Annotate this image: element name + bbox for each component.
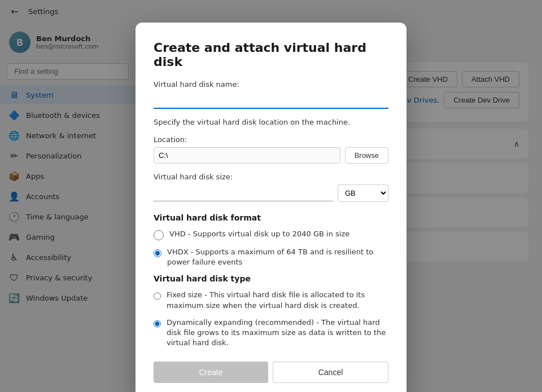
size-row: MB GB TB: [154, 184, 388, 202]
cancel-button[interactable]: Cancel: [273, 362, 388, 383]
format-vhd-radio[interactable]: [154, 230, 164, 240]
format-vhd-option[interactable]: VHD - Supports virtual disk up to 2040 G…: [154, 229, 388, 240]
browse-button[interactable]: Browse: [345, 147, 388, 164]
location-label: Location:: [154, 135, 388, 144]
format-vhdx-option[interactable]: VHDX - Supports a maximum of 64 TB and i…: [154, 247, 388, 267]
create-button[interactable]: Create: [154, 362, 268, 383]
type-fixed-radio[interactable]: [154, 291, 161, 301]
create-vhd-modal: Create and attach virtual hard disk Virt…: [136, 23, 406, 392]
format-vhd-label: VHD - Supports virtual disk up to 2040 G…: [169, 229, 349, 239]
location-row: Browse: [154, 147, 388, 164]
size-label: Virtual hard disk size:: [154, 173, 388, 181]
format-vhdx-label: VHDX - Supports a maximum of 64 TB and i…: [167, 247, 388, 267]
size-unit-select[interactable]: MB GB TB: [338, 184, 388, 202]
location-description: Specify the virtual hard disk location o…: [154, 118, 388, 126]
type-dynamic-radio[interactable]: [154, 319, 161, 329]
format-vhdx-radio[interactable]: [154, 248, 161, 258]
type-fixed-label: Fixed size - This virtual hard disk file…: [167, 290, 388, 310]
vhd-name-label: Virtual hard disk name:: [154, 80, 388, 89]
type-heading: Virtual hard disk type: [154, 274, 388, 283]
location-input[interactable]: [154, 147, 340, 164]
modal-overlay: Create and attach virtual hard disk Virt…: [0, 0, 542, 392]
type-fixed-option[interactable]: Fixed size - This virtual hard disk file…: [154, 290, 388, 310]
type-dynamic-option[interactable]: Dynamically expanding (recommended) - Th…: [154, 318, 388, 349]
size-input[interactable]: [154, 186, 333, 201]
modal-title: Create and attach virtual hard disk: [154, 41, 388, 69]
vhd-name-input[interactable]: [154, 92, 388, 109]
type-dynamic-label: Dynamically expanding (recommended) - Th…: [167, 318, 388, 349]
format-heading: Virtual hard disk format: [154, 213, 388, 222]
modal-footer: Create Cancel: [154, 362, 388, 383]
